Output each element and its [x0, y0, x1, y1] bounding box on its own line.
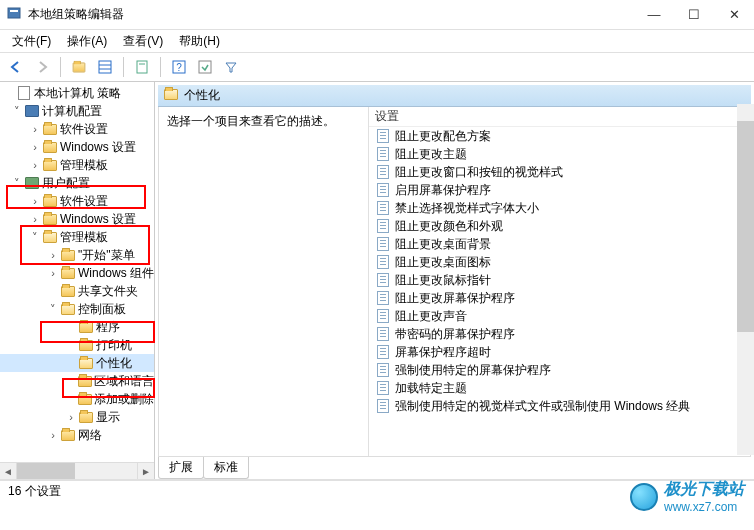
toolbar-separator — [123, 57, 124, 77]
tree-shared-folders[interactable]: 共享文件夹 — [0, 282, 154, 300]
up-button[interactable] — [67, 55, 91, 79]
setting-item[interactable]: 强制使用特定的屏幕保护程序 — [369, 361, 750, 379]
svg-rect-9 — [199, 61, 211, 73]
policy-icon — [375, 255, 391, 269]
setting-item[interactable]: 阻止更改桌面背景 — [369, 235, 750, 253]
tree-display[interactable]: ›显示 — [0, 408, 154, 426]
tree-cc-admin[interactable]: ›管理模板 — [0, 156, 154, 174]
policy-icon — [375, 345, 391, 359]
tree-start-menu[interactable]: ›"开始"菜单 — [0, 246, 154, 264]
back-button[interactable] — [4, 55, 28, 79]
tree-printers[interactable]: 打印机 — [0, 336, 154, 354]
tree-label: 区域和语言 — [92, 373, 154, 390]
tree-cc-windows[interactable]: ›Windows 设置 — [0, 138, 154, 156]
tree-user-config[interactable]: ˅用户配置 — [0, 174, 154, 192]
policy-icon — [375, 201, 391, 215]
tree-label: 软件设置 — [58, 121, 108, 138]
tree-network[interactable]: ›网络 — [0, 426, 154, 444]
setting-item[interactable]: 强制使用特定的视觉样式文件或强制使用 Windows 经典 — [369, 397, 750, 415]
menu-action[interactable]: 操作(A) — [59, 31, 115, 52]
toolbar-separator — [60, 57, 61, 77]
setting-item[interactable]: 阻止更改颜色和外观 — [369, 217, 750, 235]
settings-header[interactable]: 设置 — [369, 107, 750, 127]
policy-icon — [375, 237, 391, 251]
tree-panel: 本地计算机 策略 ˅计算机配置 ›软件设置 ›Windows 设置 ›管理模板 … — [0, 82, 155, 479]
setting-item[interactable]: 屏幕保护程序超时 — [369, 343, 750, 361]
policy-icon — [375, 327, 391, 341]
watermark-name: 极光下载站 — [664, 480, 744, 497]
tree-root[interactable]: 本地计算机 策略 — [0, 84, 154, 102]
close-button[interactable]: ✕ — [714, 0, 754, 30]
watermark: 极光下载站 www.xz7.com — [630, 479, 744, 514]
tree-cc-software[interactable]: ›软件设置 — [0, 120, 154, 138]
tree-label: Windows 设置 — [58, 211, 136, 228]
policy-icon — [375, 129, 391, 143]
setting-label: 阻止更改鼠标指针 — [395, 272, 491, 289]
settings-list: 设置 阻止更改配色方案阻止更改主题阻止更改窗口和按钮的视觉样式启用屏幕保护程序禁… — [369, 107, 750, 456]
setting-label: 强制使用特定的视觉样式文件或强制使用 Windows 经典 — [395, 398, 690, 415]
tree-add-remove[interactable]: 添加或删除 — [0, 390, 154, 408]
setting-item[interactable]: 阻止更改桌面图标 — [369, 253, 750, 271]
policy-icon — [375, 147, 391, 161]
scroll-right-icon[interactable]: ► — [137, 463, 154, 479]
tree-control-panel[interactable]: ˅控制面板 — [0, 300, 154, 318]
tree-personalization[interactable]: 个性化 — [0, 354, 154, 372]
filter-button[interactable] — [219, 55, 243, 79]
setting-label: 阻止更改窗口和按钮的视觉样式 — [395, 164, 563, 181]
options-button[interactable] — [193, 55, 217, 79]
setting-item[interactable]: 加载特定主题 — [369, 379, 750, 397]
tree-uc-admin[interactable]: ˅管理模板 — [0, 228, 154, 246]
maximize-button[interactable]: ☐ — [674, 0, 714, 30]
menu-file[interactable]: 文件(F) — [4, 31, 59, 52]
tab-standard[interactable]: 标准 — [203, 457, 249, 479]
tree-programs[interactable]: 程序 — [0, 318, 154, 336]
setting-label: 阻止更改颜色和外观 — [395, 218, 503, 235]
tree-label: Windows 设置 — [58, 139, 136, 156]
menu-help[interactable]: 帮助(H) — [171, 31, 228, 52]
tree-uc-software[interactable]: ›软件设置 — [0, 192, 154, 210]
setting-label: 阻止更改桌面图标 — [395, 254, 491, 271]
list-view-button[interactable] — [93, 55, 117, 79]
scroll-left-icon[interactable]: ◄ — [0, 463, 17, 479]
svg-text:?: ? — [176, 62, 182, 73]
forward-button[interactable] — [30, 55, 54, 79]
tree-label: "开始"菜单 — [76, 247, 135, 264]
tree-label: 打印机 — [94, 337, 132, 354]
setting-item[interactable]: 阻止更改窗口和按钮的视觉样式 — [369, 163, 750, 181]
tree-label: 计算机配置 — [40, 103, 102, 120]
status-text: 16 个设置 — [8, 483, 61, 500]
tree-label: 网络 — [76, 427, 102, 444]
setting-label: 阻止更改配色方案 — [395, 128, 491, 145]
svg-rect-5 — [137, 61, 147, 73]
setting-item[interactable]: 阻止更改声音 — [369, 307, 750, 325]
policy-icon — [375, 219, 391, 233]
setting-item[interactable]: 阻止更改屏幕保护程序 — [369, 289, 750, 307]
setting-label: 加载特定主题 — [395, 380, 467, 397]
policy-icon — [375, 309, 391, 323]
toolbar: ? — [0, 52, 754, 82]
setting-item[interactable]: 禁止选择视觉样式字体大小 — [369, 199, 750, 217]
tree-windows-comp[interactable]: ›Windows 组件 — [0, 264, 154, 282]
setting-label: 阻止更改主题 — [395, 146, 467, 163]
setting-item[interactable]: 启用屏幕保护程序 — [369, 181, 750, 199]
setting-item[interactable]: 阻止更改鼠标指针 — [369, 271, 750, 289]
tree-label: 程序 — [94, 319, 120, 336]
help-button[interactable]: ? — [167, 55, 191, 79]
menu-view[interactable]: 查看(V) — [115, 31, 171, 52]
content-vscrollbar[interactable] — [737, 104, 754, 455]
tree-uc-windows[interactable]: ›Windows 设置 — [0, 210, 154, 228]
tree-hscrollbar[interactable]: ◄ ► — [0, 462, 154, 479]
tree-label: Windows 组件 — [76, 265, 154, 282]
minimize-button[interactable]: — — [634, 0, 674, 30]
setting-label: 启用屏幕保护程序 — [395, 182, 491, 199]
tree-region-lang[interactable]: 区域和语言 — [0, 372, 154, 390]
folder-icon — [164, 89, 178, 103]
policy-icon — [375, 363, 391, 377]
setting-item[interactable]: 阻止更改主题 — [369, 145, 750, 163]
setting-item[interactable]: 阻止更改配色方案 — [369, 127, 750, 145]
tree-computer-config[interactable]: ˅计算机配置 — [0, 102, 154, 120]
setting-label: 带密码的屏幕保护程序 — [395, 326, 515, 343]
tab-extended[interactable]: 扩展 — [158, 457, 204, 479]
properties-button[interactable] — [130, 55, 154, 79]
setting-item[interactable]: 带密码的屏幕保护程序 — [369, 325, 750, 343]
